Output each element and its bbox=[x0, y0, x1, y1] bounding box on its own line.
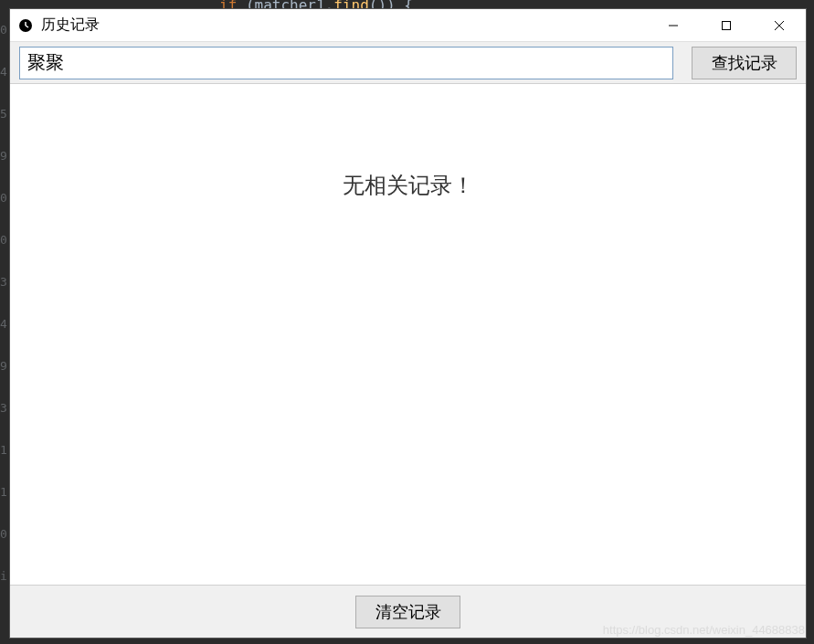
dialog-title: 历史记录 bbox=[41, 16, 647, 35]
line-numbers: 0459003493110i bbox=[0, 9, 7, 597]
search-button[interactable]: 查找记录 bbox=[692, 47, 797, 79]
results-area: 无相关记录！ bbox=[10, 84, 806, 585]
maximize-button[interactable] bbox=[700, 9, 753, 41]
bottom-bar: 清空记录 bbox=[10, 585, 806, 638]
clock-icon bbox=[17, 17, 34, 34]
empty-message: 无相关记录！ bbox=[343, 171, 474, 585]
window-controls bbox=[647, 9, 806, 41]
svg-rect-5 bbox=[723, 21, 731, 29]
search-bar: 查找记录 bbox=[10, 42, 806, 84]
minimize-button[interactable] bbox=[647, 9, 700, 41]
titlebar: 历史记录 bbox=[10, 9, 806, 42]
clear-records-button[interactable]: 清空记录 bbox=[355, 596, 460, 628]
search-input[interactable] bbox=[19, 47, 673, 79]
close-button[interactable] bbox=[753, 9, 806, 41]
history-dialog: 历史记录 查找记录 无相关记录！ bbox=[9, 8, 807, 639]
